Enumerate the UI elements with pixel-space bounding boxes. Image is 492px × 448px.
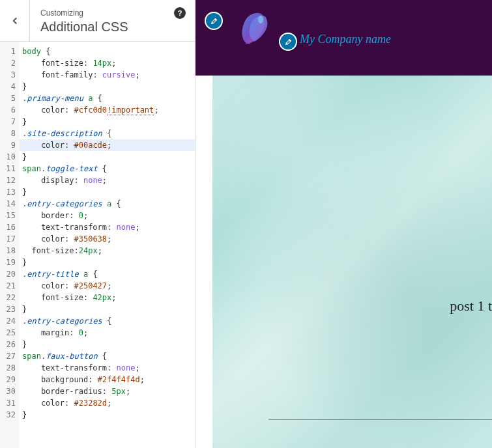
- code-area[interactable]: body { font-size: 14px; font-family: cur…: [20, 42, 195, 448]
- line-number: 28: [0, 362, 20, 374]
- help-button[interactable]: ?: [169, 2, 191, 24]
- line-number: 13: [0, 186, 20, 198]
- line-number: 6: [0, 104, 20, 116]
- line-number: 19: [0, 257, 20, 268]
- edit-shortcut-title[interactable]: [279, 33, 297, 51]
- line-number: 15: [0, 210, 20, 221]
- code-line[interactable]: border: 0;: [20, 210, 195, 221]
- chevron-left-icon: [9, 15, 21, 27]
- line-number: 21: [0, 280, 20, 292]
- line-number: 32: [0, 409, 20, 421]
- code-line[interactable]: span.toggle-text {: [20, 163, 195, 175]
- line-number: 7: [0, 116, 20, 128]
- code-line[interactable]: border-radius: 5px;: [20, 385, 195, 397]
- line-number: 16: [0, 221, 20, 233]
- code-line[interactable]: font-size: 14px;: [20, 57, 195, 69]
- code-line[interactable]: font-family: cursive;: [20, 69, 195, 81]
- pencil-icon: [284, 38, 293, 46]
- code-line[interactable]: font-size:24px;: [20, 245, 195, 257]
- line-number: 12: [0, 175, 20, 186]
- preview-margin: [195, 76, 212, 448]
- panel-header: Customizing Additional CSS ?: [0, 0, 195, 42]
- code-line[interactable]: background: #2f4f4f4d;: [20, 374, 195, 385]
- line-number: 9: [0, 139, 20, 151]
- line-number: 23: [0, 303, 20, 315]
- pencil-icon: [210, 17, 218, 25]
- line-number: 29: [0, 374, 20, 385]
- code-line[interactable]: color: #350638;: [20, 233, 195, 245]
- line-number: 31: [0, 397, 20, 409]
- app-root: Customizing Additional CSS ? 12345678910…: [0, 0, 492, 448]
- line-number: 30: [0, 385, 20, 397]
- code-line[interactable]: body {: [20, 46, 195, 57]
- code-line[interactable]: text-transform: none;: [20, 221, 195, 233]
- code-line[interactable]: color: #00acde;: [20, 139, 195, 151]
- help-icon: ?: [174, 7, 186, 19]
- code-line[interactable]: }: [20, 186, 195, 198]
- line-number: 3: [0, 69, 20, 81]
- site-title[interactable]: My Company name: [300, 33, 391, 46]
- preview-body: post 1 t: [212, 76, 492, 448]
- line-number: 26: [0, 339, 20, 350]
- svg-point-0: [258, 16, 263, 23]
- line-number: 24: [0, 315, 20, 327]
- code-line[interactable]: color: #23282d;: [20, 397, 195, 409]
- code-line[interactable]: margin: 0;: [20, 327, 195, 339]
- line-number: 20: [0, 268, 20, 280]
- panel-subtitle: Customizing: [40, 8, 161, 19]
- preview-header: My Company name: [195, 0, 492, 76]
- line-number: 10: [0, 151, 20, 163]
- site-logo[interactable]: [233, 8, 272, 53]
- line-number: 14: [0, 198, 20, 210]
- customizer-panel: Customizing Additional CSS ? 12345678910…: [0, 0, 195, 448]
- code-line[interactable]: span.faux-button {: [20, 350, 195, 362]
- code-line[interactable]: color: #cfc0d0!important;: [20, 104, 195, 116]
- line-number: 22: [0, 292, 20, 303]
- post-title[interactable]: post 1 t: [450, 298, 492, 315]
- line-number: 5: [0, 92, 20, 104]
- code-line[interactable]: .entry-categories a {: [20, 198, 195, 210]
- line-number: 17: [0, 233, 20, 245]
- site-preview: My Company name post 1 t: [195, 0, 492, 448]
- code-line[interactable]: display: none;: [20, 175, 195, 186]
- code-line[interactable]: .primary-menu a {: [20, 92, 195, 104]
- css-editor[interactable]: 1234567891011121314151617181920212223242…: [0, 42, 195, 448]
- line-number: 11: [0, 163, 20, 175]
- line-number: 8: [0, 128, 20, 139]
- edit-shortcut-logo[interactable]: [205, 12, 223, 30]
- logo-icon: [233, 8, 272, 53]
- post-divider: [268, 419, 492, 420]
- code-line[interactable]: .entry-categories {: [20, 315, 195, 327]
- code-line[interactable]: }: [20, 257, 195, 268]
- line-number: 18: [0, 245, 20, 257]
- back-button[interactable]: [0, 0, 30, 42]
- code-line[interactable]: color: #250427;: [20, 280, 195, 292]
- line-number: 27: [0, 350, 20, 362]
- code-line[interactable]: }: [20, 81, 195, 92]
- code-line[interactable]: .entry-title a {: [20, 268, 195, 280]
- code-line[interactable]: text-transform: none;: [20, 362, 195, 374]
- code-line[interactable]: }: [20, 409, 195, 421]
- line-number: 1: [0, 46, 20, 57]
- code-line[interactable]: }: [20, 339, 195, 350]
- line-number: 4: [0, 81, 20, 92]
- panel-titles: Customizing Additional CSS: [30, 2, 169, 40]
- code-line[interactable]: .site-description {: [20, 128, 195, 139]
- code-line[interactable]: font-size: 42px;: [20, 292, 195, 303]
- panel-title: Additional CSS: [40, 18, 161, 35]
- line-number: 25: [0, 327, 20, 339]
- code-line[interactable]: }: [20, 116, 195, 128]
- line-number: 2: [0, 57, 20, 69]
- line-gutter: 1234567891011121314151617181920212223242…: [0, 42, 20, 448]
- code-line[interactable]: }: [20, 303, 195, 315]
- code-line[interactable]: }: [20, 151, 195, 163]
